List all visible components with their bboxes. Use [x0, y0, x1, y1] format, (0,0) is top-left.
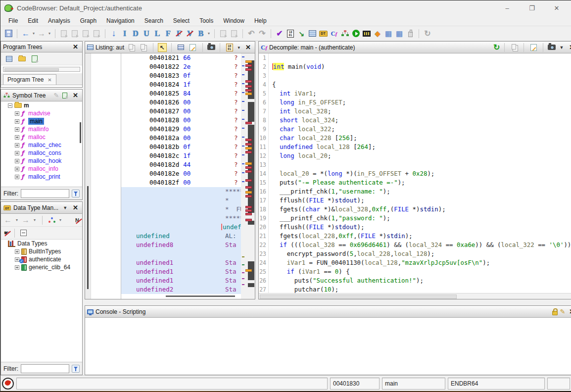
filter-icon[interactable] — [72, 365, 80, 373]
decompiler-icon[interactable] — [329, 29, 339, 39]
symbol-tree-close-icon[interactable]: ✕ — [71, 92, 80, 99]
decompile-line[interactable]: 4{ — [259, 80, 571, 89]
decompile-line[interactable]: 14 local_20 = *(long *)(in_FS_OFFSET + 0… — [259, 169, 571, 178]
listing-row[interactable]: 0040182f00? — [121, 178, 241, 187]
close-button[interactable]: ✕ — [551, 4, 562, 12]
console-output[interactable] — [85, 318, 571, 375]
new-tree-icon[interactable] — [4, 54, 14, 64]
decompile-line[interactable]: 27 putchar(10); — [259, 285, 571, 294]
listing-variable-row[interactable]: undefined1Sta — [121, 267, 241, 276]
data-types-root-row[interactable]: Data Types — [1, 240, 82, 247]
dtm-forward-icon[interactable]: → — [22, 216, 30, 225]
symbol-item-malloc_chec[interactable]: malloc_chec — [1, 141, 82, 149]
back-dropdown-icon[interactable]: ▾ — [32, 31, 36, 36]
table-icon[interactable]: ▦ — [383, 29, 393, 39]
symbol-item-mallinfo[interactable]: mallinfo — [1, 125, 82, 133]
tab-close-icon[interactable]: ✕ — [48, 77, 51, 83]
listing-variable-row[interactable] — [121, 249, 241, 258]
tree-scroll-strip[interactable] — [3, 67, 80, 72]
decompile-line[interactable]: 7 int local_328; — [259, 107, 571, 116]
menu-graph[interactable]: Graph — [75, 16, 101, 25]
listing-row[interactable]: 004018230f? — [121, 71, 241, 80]
error-marker[interactable] — [245, 209, 252, 212]
bookmark-marker[interactable] — [245, 269, 252, 272]
listing-row[interactable]: 0040182700? — [121, 107, 241, 116]
margin-dropdown-icon[interactable]: ▾ — [237, 45, 242, 50]
bookmark-marker[interactable] — [245, 162, 252, 165]
listing-row[interactable]: 004018222e? — [121, 62, 241, 71]
status-dragon-icon[interactable] — [2, 378, 14, 390]
letter-b-dropdown-icon[interactable]: ▾ — [207, 31, 211, 36]
forward-icon[interactable]: → — [37, 29, 47, 39]
listing-cursor-row[interactable]: undef — [121, 223, 241, 232]
snapshot-icon[interactable] — [207, 45, 215, 50]
error-marker[interactable] — [245, 139, 252, 141]
decompile-line[interactable]: 20 fflush((FILE *)stdout); — [259, 223, 571, 232]
back-icon[interactable]: ← — [21, 29, 31, 39]
open-folder-icon[interactable] — [17, 54, 27, 64]
listing-row[interactable]: 0040182b0f? — [121, 143, 241, 151]
decompile-line[interactable]: 8 short local_324; — [259, 116, 571, 125]
decompile-line[interactable]: 10 char local_228 [256]; — [259, 134, 571, 143]
error-marker[interactable] — [245, 143, 252, 146]
decompile-line[interactable]: 23 encrypt_password(5,local_228,local_12… — [259, 249, 571, 258]
menu-file[interactable]: File — [3, 16, 23, 25]
dtm-associations-icon[interactable] — [48, 216, 55, 224]
symbol-item-madvise[interactable]: madvise — [1, 109, 82, 117]
symbol-item-malloc[interactable]: malloc — [1, 133, 82, 141]
menu-select[interactable]: Select — [168, 16, 194, 25]
dtm-item-authenticate[interactable]: authenticate — [1, 255, 82, 263]
bookmark-marker[interactable] — [245, 93, 252, 95]
run-script-icon[interactable] — [351, 29, 361, 39]
listing-left-scrollbar[interactable] — [85, 53, 91, 299]
letter-f-icon[interactable]: F — [163, 29, 173, 39]
error-marker[interactable] — [245, 179, 252, 182]
call-tree-icon[interactable] — [340, 29, 350, 39]
decompile-horizontal-scrollbar[interactable] — [259, 293, 571, 299]
bookmark-marker[interactable] — [245, 191, 252, 194]
menu-analysis[interactable]: Analysis — [43, 16, 75, 25]
dtm-item-generic_clib_64[interactable]: generic_clib_64 — [1, 263, 82, 271]
symbol-item-main[interactable]: main — [1, 117, 82, 125]
dtm-close-icon[interactable]: ✕ — [71, 204, 80, 211]
decompile-line[interactable]: 15 puts("-= Please authenticate =-"); — [259, 178, 571, 187]
program-tree-tab[interactable]: Program Tree ✕ — [3, 74, 56, 85]
menu-tools[interactable]: Tools — [194, 16, 218, 25]
next-range-icon[interactable] — [70, 29, 80, 39]
menu-search[interactable]: Search — [140, 16, 168, 25]
listing-variable-row[interactable]: undefined1Sta — [121, 276, 241, 285]
clear-flow-icon[interactable] — [218, 29, 228, 39]
dtm-filter-pointer-icon[interactable]: N — [75, 217, 79, 223]
cursor-tracking-icon[interactable]: ↖ — [158, 43, 167, 52]
listing-marker-bar[interactable] — [247, 53, 255, 299]
edit-fields-icon[interactable] — [176, 43, 186, 52]
error-marker[interactable] — [245, 85, 252, 88]
save-icon[interactable] — [3, 29, 13, 39]
filter-icon[interactable] — [72, 190, 80, 197]
undo-icon[interactable]: ↶ — [246, 29, 256, 39]
listing-variable-row[interactable]: undefined1Sta — [121, 258, 241, 267]
decompile-line[interactable]: 13 — [259, 160, 571, 169]
letter-u-icon[interactable]: U — [142, 29, 151, 39]
dtm-conflict-icon[interactable]: ☛ — [4, 230, 9, 236]
letter-l-icon[interactable]: L — [152, 29, 162, 39]
decompile-line[interactable]: 21 fgets(local_228,0xff,(FILE *)stdin); — [259, 232, 571, 241]
symbol-folder-row[interactable]: m — [1, 101, 82, 109]
letter-b-icon[interactable]: B — [196, 29, 206, 39]
listing-comment-row[interactable]: * — [121, 196, 241, 205]
listing-horizontal-scrollbar[interactable] — [166, 295, 235, 297]
refresh-icon[interactable]: ↻ — [493, 43, 500, 52]
memory-map-icon[interactable] — [307, 29, 317, 39]
forward-dropdown-icon[interactable]: ▾ — [48, 31, 51, 36]
symbol-item-malloc_info[interactable]: malloc_info — [1, 165, 82, 173]
listing-comment-row[interactable]: ***** — [121, 187, 241, 196]
menu-navigation[interactable]: Navigation — [101, 16, 140, 25]
minimize-button[interactable]: – — [502, 4, 513, 12]
down-arrow-icon[interactable]: ↓ — [109, 29, 119, 39]
decompile-line[interactable]: 22 if (((local_328 == 0x696d6461) && (lo… — [259, 241, 571, 249]
error-marker[interactable] — [245, 186, 252, 189]
decompile-line[interactable]: 17 fflush((FILE *)stdout); — [259, 196, 571, 205]
error-marker[interactable] — [245, 68, 252, 71]
error-marker[interactable] — [245, 166, 252, 169]
listing-row[interactable]: 0040182900? — [121, 125, 241, 134]
